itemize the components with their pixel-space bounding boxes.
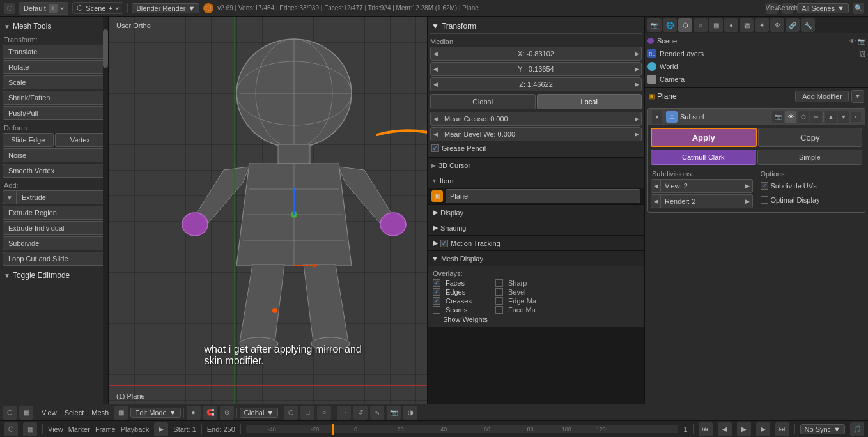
catmull-btn[interactable]: Catmull-Clark <box>651 150 756 165</box>
constraints-tab-icon[interactable]: 🔗 <box>786 18 800 32</box>
tab-scene[interactable]: ⬡ Scene + × <box>72 2 123 14</box>
jump-start-icon[interactable]: ⏮ <box>699 422 713 436</box>
subsurf-eye-icon[interactable]: 👁 <box>785 111 796 123</box>
select-circle-icon[interactable]: ○ <box>317 406 331 420</box>
extrude-btn[interactable]: Extrude <box>17 190 105 204</box>
subsurf-up-icon[interactable]: ▲ <box>825 111 837 123</box>
subsurf-close-btn[interactable]: × <box>851 112 861 122</box>
timeline-bar[interactable]: -40 -20 0 20 40 60 80 100 120 <box>246 425 679 433</box>
tab-default[interactable]: Default + × <box>19 2 68 15</box>
global-dropdown[interactable]: Global ▼ <box>240 408 279 418</box>
edges-check[interactable]: ✓ <box>433 288 440 296</box>
render-preview-icon[interactable]: 📷 <box>387 406 401 420</box>
simple-btn[interactable]: Simple <box>757 150 863 165</box>
3d-cursor-section[interactable]: ▶ 3D Cursor <box>428 157 644 172</box>
show-weights-check[interactable] <box>433 316 440 323</box>
rotate-tool-icon[interactable]: ↺ <box>353 406 368 420</box>
x-value-field[interactable]: X: -0.83102 <box>440 47 632 61</box>
motion-tracking-checkbox[interactable]: ✓ <box>440 240 448 247</box>
render-field[interactable]: Render: 2 <box>661 194 743 208</box>
bevel-check[interactable] <box>495 288 503 296</box>
jump-end-icon[interactable]: ⏭ <box>775 422 789 436</box>
loop-cut-btn[interactable]: Loop Cut and Slide <box>3 252 105 266</box>
left-scrollbar[interactable] <box>103 17 108 405</box>
no-sync-dropdown[interactable]: No Sync ▼ <box>800 424 845 434</box>
y-value-field[interactable]: Y: -0.13654 <box>440 62 632 76</box>
physics-tab-icon[interactable]: ⚙ <box>770 18 784 32</box>
subsurf-render-icon[interactable]: 📷 <box>772 111 784 123</box>
scale-btn[interactable]: Scale <box>3 75 105 89</box>
subsurf-expand-arrow[interactable]: ▼ <box>652 110 662 124</box>
grease-pencil-checkbox[interactable]: ✓ <box>431 144 439 152</box>
scene-row[interactable]: Scene 👁 📷 <box>645 34 868 47</box>
y-arrow-left[interactable]: ◀ <box>430 62 440 76</box>
crease-arrow-r[interactable]: ▶ <box>632 112 642 126</box>
translate-btn[interactable]: Translate <box>3 45 105 59</box>
subdivide-uvs-check[interactable]: ✓ <box>761 182 768 190</box>
apply-btn[interactable]: Apply <box>651 128 757 147</box>
tab-default-x[interactable]: × <box>60 4 64 12</box>
smooth-vertex-btn[interactable]: Smooth Vertex <box>3 164 105 178</box>
mean-crease-field[interactable]: Mean Crease: 0.000 <box>440 112 632 126</box>
subsurf-down-icon[interactable]: ▼ <box>838 111 849 123</box>
x-arrow-right[interactable]: ▶ <box>632 47 642 61</box>
camera-icon2[interactable]: 📷 <box>858 38 865 45</box>
select-label[interactable]: Select <box>62 409 87 417</box>
play-icon[interactable]: ▶ <box>737 422 751 436</box>
view-field[interactable]: View: 2 <box>661 179 743 193</box>
select-box-icon[interactable]: □ <box>300 406 314 420</box>
tab-scene-x[interactable]: × <box>115 4 119 12</box>
crease-arrow-l[interactable]: ◀ <box>430 112 440 126</box>
mesh-label[interactable]: Mesh <box>89 409 111 417</box>
status-icon[interactable]: ⬡ <box>4 422 18 436</box>
view-label[interactable]: View <box>39 409 59 417</box>
push-btn[interactable]: Push/Pull <box>3 106 105 120</box>
global-btn[interactable]: Global <box>430 94 536 109</box>
extrude-individual-btn[interactable]: Extrude Individual <box>3 221 105 235</box>
subdivide-btn[interactable]: Subdivide <box>3 236 105 250</box>
shading-section[interactable]: ▶ Shading <box>428 220 644 235</box>
tab-default-close[interactable]: + <box>49 4 58 13</box>
toolbar-left-icon[interactable]: ⬡ <box>3 406 17 420</box>
vertex-btn[interactable]: Vertex <box>55 133 106 147</box>
extrude-region-btn[interactable]: Extrude Region <box>3 206 105 220</box>
status-playback-label[interactable]: Playback <box>121 425 150 433</box>
x-arrow-left[interactable]: ◀ <box>430 47 440 61</box>
render-layers-row[interactable]: RL RenderLayers 🖼 <box>645 47 868 60</box>
add-modifier-btn[interactable]: Add Modifier <box>795 91 849 102</box>
add-modifier-dropdown[interactable]: ▼ <box>851 90 864 103</box>
tab-scene-add[interactable]: + <box>109 4 112 12</box>
render-tab-icon[interactable]: 📷 <box>647 18 662 32</box>
extrude-arrow-icon[interactable]: ▼ <box>3 190 17 204</box>
item-section-header[interactable]: ▼ Item <box>428 172 644 188</box>
faces-check[interactable]: ✓ <box>433 279 440 287</box>
left-scrollbar-thumb[interactable] <box>103 29 108 68</box>
display-section[interactable]: ▶ Display <box>428 204 644 220</box>
view-button[interactable]: View <box>766 3 778 14</box>
status-grid-icon[interactable]: ▦ <box>23 422 37 436</box>
select-all-icon[interactable]: ⬡ <box>284 406 298 420</box>
view-arrow-l[interactable]: ◀ <box>651 179 661 193</box>
status-frame-label[interactable]: Frame <box>95 425 116 433</box>
snap-icon[interactable]: 🧲 <box>203 406 217 420</box>
item-name-field[interactable]: Plane <box>446 189 640 203</box>
audio-icon[interactable]: 🎵 <box>850 422 864 436</box>
mesh-display-section[interactable]: ▼ Mesh Display <box>428 250 644 266</box>
mean-bevel-field[interactable]: Mean Bevel We: 0.000 <box>440 127 632 141</box>
subsurf-edit-icon[interactable]: ✏ <box>810 111 822 123</box>
next-frame-icon[interactable]: ▶ <box>756 422 770 436</box>
subsurf-cage-icon[interactable]: ⬡ <box>798 111 809 123</box>
edit-mode-dropdown[interactable]: Edit Mode ▼ <box>130 408 180 418</box>
bevel-arrow-r[interactable]: ▶ <box>632 127 642 141</box>
active-tab-icon[interactable]: ⬡ <box>678 18 692 32</box>
scale-tool-icon[interactable]: ⤡ <box>370 406 384 420</box>
world-row[interactable]: World <box>645 60 868 73</box>
search-button[interactable]: Search <box>782 3 793 14</box>
slide-edge-btn[interactable]: Slide Edge <box>3 133 54 147</box>
toolbar-grid-icon[interactable]: ▦ <box>19 406 33 420</box>
prev-frame-icon[interactable]: ◀ <box>718 422 732 436</box>
z-value-field[interactable]: Z: 1.46622 <box>440 77 632 91</box>
face-ma-check[interactable] <box>495 306 503 314</box>
eye-icon[interactable]: 👁 <box>849 38 856 45</box>
y-arrow-right[interactable]: ▶ <box>632 62 642 76</box>
